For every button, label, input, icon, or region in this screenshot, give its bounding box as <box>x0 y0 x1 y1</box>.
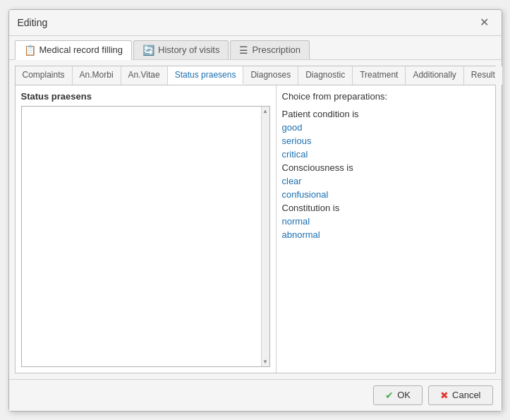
sub-tab-additionally[interactable]: Additionally <box>406 66 463 85</box>
choice-item-1[interactable]: good <box>282 121 490 134</box>
tab-prescription[interactable]: ☰ Prescription <box>230 40 310 59</box>
scroll-down-arrow[interactable]: ▼ <box>262 357 268 366</box>
choice-item-3[interactable]: critical <box>282 148 490 161</box>
sub-tab-status[interactable]: Status praesens <box>168 66 244 85</box>
tab-medical-label: Medical record filling <box>40 44 123 55</box>
ok-icon: ✔ <box>385 390 394 401</box>
prescription-icon: ☰ <box>239 44 248 56</box>
choice-item-4: Consciousness is <box>282 161 490 174</box>
choice-item-0: Patient condition is <box>282 107 490 121</box>
choice-item-8[interactable]: normal <box>282 215 490 228</box>
content-area: Complaints An.Morbi An.Vitae Status prae… <box>9 60 502 379</box>
sub-tab-diagnoses[interactable]: Diagnoses <box>243 66 298 85</box>
sub-tab-diagnostic[interactable]: Diagnostic <box>298 66 353 85</box>
ok-button[interactable]: ✔ OK <box>373 385 423 405</box>
top-tabs: 📋 Medical record filling 🔄 History of vi… <box>9 36 502 60</box>
cancel-button[interactable]: ✖ Cancel <box>428 385 492 405</box>
panel-body: Status praesens ▲ ▼ Choice from preparat… <box>16 85 495 373</box>
choice-item-9[interactable]: abnormal <box>282 228 490 241</box>
scroll-up-arrow[interactable]: ▲ <box>262 107 268 116</box>
sub-tab-anvitae[interactable]: An.Vitae <box>121 66 168 85</box>
sub-tab-complaints[interactable]: Complaints <box>16 66 73 85</box>
choice-item-2[interactable]: serious <box>282 134 490 148</box>
tab-prescription-label: Prescription <box>252 44 300 55</box>
choice-item-6[interactable]: confusional <box>282 188 490 201</box>
sub-tab-result[interactable]: Result <box>464 66 503 85</box>
scrollbar[interactable]: ▲ ▼ <box>261 107 269 366</box>
sub-tabs: Complaints An.Morbi An.Vitae Status prae… <box>16 66 495 85</box>
close-button[interactable]: ✕ <box>475 16 493 30</box>
tab-history[interactable]: 🔄 History of visits <box>133 40 229 59</box>
editing-dialog: Editing ✕ 📋 Medical record filling 🔄 His… <box>8 9 502 412</box>
tab-medical-record[interactable]: 📋 Medical record filling <box>15 40 133 60</box>
history-icon: 🔄 <box>142 44 154 56</box>
ok-label: OK <box>397 390 411 400</box>
left-panel: Status praesens ▲ ▼ <box>16 85 277 373</box>
medical-icon: 📋 <box>24 44 36 56</box>
sub-tab-anmorbi[interactable]: An.Morbi <box>73 66 121 85</box>
dialog-footer: ✔ OK ✖ Cancel <box>9 379 502 411</box>
tab-history-label: History of visits <box>158 44 219 55</box>
choice-item-7: Constitution is <box>282 201 490 215</box>
choice-item-5[interactable]: clear <box>282 174 490 188</box>
inner-panel: Complaints An.Morbi An.Vitae Status prae… <box>15 66 496 373</box>
cancel-label: Cancel <box>452 390 480 400</box>
titlebar: Editing ✕ <box>9 10 502 36</box>
text-area-wrapper: ▲ ▼ <box>21 106 270 367</box>
choice-title: Choice from preparations: <box>282 91 490 102</box>
dialog-title: Editing <box>18 17 48 28</box>
right-panel: Choice from preparations: Patient condit… <box>277 85 495 373</box>
sub-tab-treatment[interactable]: Treatment <box>353 66 406 85</box>
cancel-icon: ✖ <box>440 390 449 401</box>
status-praesens-textarea[interactable] <box>22 107 261 366</box>
left-panel-title: Status praesens <box>21 91 270 102</box>
